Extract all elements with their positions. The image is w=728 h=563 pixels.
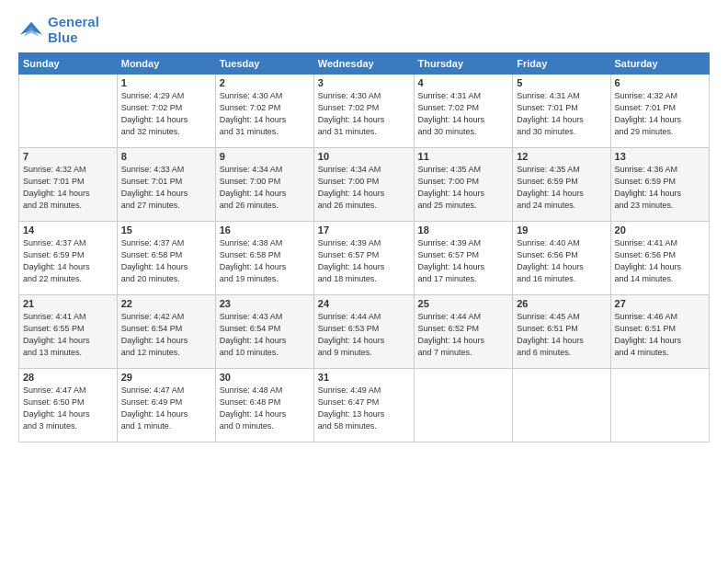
calendar-cell: 22Sunrise: 4:42 AM Sunset: 6:54 PM Dayli… (117, 295, 215, 369)
calendar-cell (513, 369, 610, 442)
calendar-cell: 25Sunrise: 4:44 AM Sunset: 6:52 PM Dayli… (414, 295, 513, 369)
day-info: Sunrise: 4:35 AM Sunset: 7:00 PM Dayligh… (418, 164, 509, 212)
day-info: Sunrise: 4:39 AM Sunset: 6:57 PM Dayligh… (318, 237, 410, 285)
day-number: 13 (615, 151, 705, 162)
day-info: Sunrise: 4:47 AM Sunset: 6:49 PM Dayligh… (121, 385, 211, 432)
day-info: Sunrise: 4:47 AM Sunset: 6:50 PM Dayligh… (23, 385, 113, 432)
calendar-cell: 26Sunrise: 4:45 AM Sunset: 6:51 PM Dayli… (513, 295, 610, 369)
day-info: Sunrise: 4:43 AM Sunset: 6:54 PM Dayligh… (220, 311, 310, 359)
weekday-header-thursday: Thursday (414, 53, 513, 75)
day-number: 27 (615, 298, 705, 309)
day-number: 12 (517, 151, 606, 162)
day-info: Sunrise: 4:29 AM Sunset: 7:02 PM Dayligh… (121, 90, 211, 138)
weekday-header-row: SundayMondayTuesdayWednesdayThursdayFrid… (19, 53, 710, 75)
calendar-cell: 6Sunrise: 4:32 AM Sunset: 7:01 PM Daylig… (610, 75, 709, 148)
calendar-cell: 28Sunrise: 4:47 AM Sunset: 6:50 PM Dayli… (19, 369, 118, 442)
calendar-cell: 20Sunrise: 4:41 AM Sunset: 6:56 PM Dayli… (610, 222, 709, 295)
day-number: 19 (517, 224, 606, 236)
page: General Blue SundayMondayTuesdayWednesda… (0, 0, 728, 563)
day-number: 24 (318, 298, 410, 309)
calendar-table: SundayMondayTuesdayWednesdayThursdayFrid… (18, 52, 710, 442)
day-number: 14 (23, 224, 113, 236)
calendar-cell: 11Sunrise: 4:35 AM Sunset: 7:00 PM Dayli… (414, 148, 513, 222)
day-number: 16 (220, 224, 310, 236)
weekday-header-monday: Monday (117, 53, 215, 75)
day-number: 29 (121, 372, 211, 383)
calendar-cell: 19Sunrise: 4:40 AM Sunset: 6:56 PM Dayli… (513, 222, 610, 295)
weekday-header-friday: Friday (513, 53, 610, 75)
calendar-cell: 9Sunrise: 4:34 AM Sunset: 7:00 PM Daylig… (215, 148, 313, 222)
header: General Blue (18, 15, 710, 45)
day-info: Sunrise: 4:48 AM Sunset: 6:48 PM Dayligh… (220, 385, 310, 432)
day-number: 11 (418, 151, 509, 162)
day-number: 26 (517, 298, 606, 309)
calendar-cell: 3Sunrise: 4:30 AM Sunset: 7:02 PM Daylig… (313, 75, 414, 148)
day-info: Sunrise: 4:31 AM Sunset: 7:01 PM Dayligh… (517, 90, 606, 138)
calendar-cell: 4Sunrise: 4:31 AM Sunset: 7:02 PM Daylig… (414, 75, 513, 148)
calendar-cell: 5Sunrise: 4:31 AM Sunset: 7:01 PM Daylig… (513, 75, 610, 148)
day-number: 8 (121, 151, 211, 162)
day-number: 4 (418, 77, 509, 88)
calendar-cell: 13Sunrise: 4:36 AM Sunset: 6:59 PM Dayli… (610, 148, 709, 222)
day-info: Sunrise: 4:32 AM Sunset: 7:01 PM Dayligh… (23, 164, 113, 212)
week-row-3: 21Sunrise: 4:41 AM Sunset: 6:55 PM Dayli… (19, 295, 710, 369)
day-number: 21 (23, 298, 113, 309)
calendar-cell (610, 369, 709, 442)
calendar-cell: 2Sunrise: 4:30 AM Sunset: 7:02 PM Daylig… (215, 75, 313, 148)
day-info: Sunrise: 4:35 AM Sunset: 6:59 PM Dayligh… (517, 164, 606, 212)
day-number: 9 (220, 151, 310, 162)
calendar-cell: 29Sunrise: 4:47 AM Sunset: 6:49 PM Dayli… (117, 369, 215, 442)
day-number: 3 (318, 77, 410, 88)
calendar-cell (414, 369, 513, 442)
calendar-cell: 16Sunrise: 4:38 AM Sunset: 6:58 PM Dayli… (215, 222, 313, 295)
week-row-4: 28Sunrise: 4:47 AM Sunset: 6:50 PM Dayli… (19, 369, 710, 442)
day-info: Sunrise: 4:38 AM Sunset: 6:58 PM Dayligh… (220, 237, 310, 285)
logo: General Blue (18, 15, 99, 45)
calendar-cell: 1Sunrise: 4:29 AM Sunset: 7:02 PM Daylig… (117, 75, 215, 148)
weekday-header-tuesday: Tuesday (215, 53, 313, 75)
calendar-cell: 18Sunrise: 4:39 AM Sunset: 6:57 PM Dayli… (414, 222, 513, 295)
calendar-cell: 14Sunrise: 4:37 AM Sunset: 6:59 PM Dayli… (19, 222, 118, 295)
day-info: Sunrise: 4:44 AM Sunset: 6:52 PM Dayligh… (418, 311, 509, 359)
day-number: 25 (418, 298, 509, 309)
day-number: 6 (615, 77, 705, 88)
day-number: 23 (220, 298, 310, 309)
day-number: 1 (121, 77, 211, 88)
day-number: 20 (615, 224, 705, 236)
calendar-cell: 17Sunrise: 4:39 AM Sunset: 6:57 PM Dayli… (313, 222, 414, 295)
day-info: Sunrise: 4:36 AM Sunset: 6:59 PM Dayligh… (615, 164, 705, 212)
calendar-cell: 27Sunrise: 4:46 AM Sunset: 6:51 PM Dayli… (610, 295, 709, 369)
calendar-cell: 23Sunrise: 4:43 AM Sunset: 6:54 PM Dayli… (215, 295, 313, 369)
day-info: Sunrise: 4:49 AM Sunset: 6:47 PM Dayligh… (318, 385, 410, 432)
day-info: Sunrise: 4:46 AM Sunset: 6:51 PM Dayligh… (615, 311, 705, 359)
week-row-2: 14Sunrise: 4:37 AM Sunset: 6:59 PM Dayli… (19, 222, 710, 295)
day-info: Sunrise: 4:44 AM Sunset: 6:53 PM Dayligh… (318, 311, 410, 359)
day-number: 15 (121, 224, 211, 236)
calendar-cell: 10Sunrise: 4:34 AM Sunset: 7:00 PM Dayli… (313, 148, 414, 222)
day-info: Sunrise: 4:30 AM Sunset: 7:02 PM Dayligh… (318, 90, 410, 138)
calendar-cell: 30Sunrise: 4:48 AM Sunset: 6:48 PM Dayli… (215, 369, 313, 442)
calendar-cell: 7Sunrise: 4:32 AM Sunset: 7:01 PM Daylig… (19, 148, 118, 222)
weekday-header-saturday: Saturday (610, 53, 709, 75)
day-number: 5 (517, 77, 606, 88)
day-info: Sunrise: 4:42 AM Sunset: 6:54 PM Dayligh… (121, 311, 211, 359)
day-info: Sunrise: 4:30 AM Sunset: 7:02 PM Dayligh… (220, 90, 310, 138)
day-number: 30 (220, 372, 310, 383)
day-info: Sunrise: 4:45 AM Sunset: 6:51 PM Dayligh… (517, 311, 606, 359)
week-row-1: 7Sunrise: 4:32 AM Sunset: 7:01 PM Daylig… (19, 148, 710, 222)
day-info: Sunrise: 4:40 AM Sunset: 6:56 PM Dayligh… (517, 237, 606, 285)
day-info: Sunrise: 4:32 AM Sunset: 7:01 PM Dayligh… (615, 90, 705, 138)
day-number: 10 (318, 151, 410, 162)
logo-text: General Blue (48, 15, 99, 45)
day-number: 31 (318, 372, 410, 383)
calendar-cell: 8Sunrise: 4:33 AM Sunset: 7:01 PM Daylig… (117, 148, 215, 222)
calendar-cell: 31Sunrise: 4:49 AM Sunset: 6:47 PM Dayli… (313, 369, 414, 442)
day-number: 17 (318, 224, 410, 236)
calendar-cell: 15Sunrise: 4:37 AM Sunset: 6:58 PM Dayli… (117, 222, 215, 295)
day-number: 7 (23, 151, 113, 162)
weekday-header-sunday: Sunday (19, 53, 118, 75)
day-info: Sunrise: 4:33 AM Sunset: 7:01 PM Dayligh… (121, 164, 211, 212)
day-info: Sunrise: 4:37 AM Sunset: 6:58 PM Dayligh… (121, 237, 211, 285)
calendar-cell: 12Sunrise: 4:35 AM Sunset: 6:59 PM Dayli… (513, 148, 610, 222)
day-info: Sunrise: 4:41 AM Sunset: 6:56 PM Dayligh… (615, 237, 705, 285)
